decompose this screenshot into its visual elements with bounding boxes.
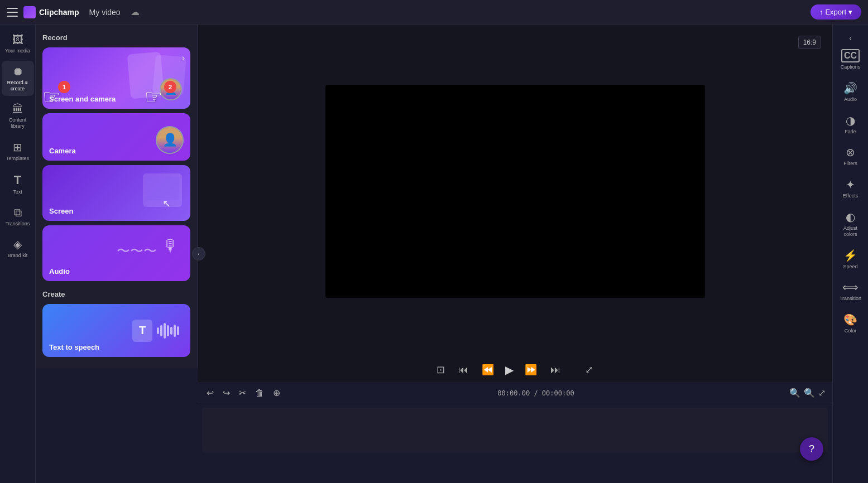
- screen-card[interactable]: ↖ Screen: [42, 165, 190, 221]
- sidebar-item-templates[interactable]: ⊞ Templates: [2, 136, 34, 166]
- zoom-fit-button[interactable]: ⤢: [818, 388, 826, 398]
- video-controls: ⊡ ⏮ ⏪ ▶ ⏩ ⏭ ⤢: [198, 358, 832, 383]
- play-button[interactable]: ▶: [505, 363, 514, 376]
- cursor-icon: ↖: [162, 197, 171, 210]
- right-sidebar-label-captions: Captions: [841, 64, 861, 70]
- camera-card[interactable]: 👤 Camera: [42, 113, 190, 161]
- project-title[interactable]: My video: [89, 8, 121, 17]
- skip-forward-button[interactable]: ⏭: [548, 362, 563, 378]
- right-sidebar-collapse-button[interactable]: ‹: [849, 33, 852, 42]
- skip-back-button[interactable]: ⏮: [456, 362, 471, 378]
- left-sidebar: 🖼 Your media ⏺ Record &create 🏛 Contentl…: [0, 25, 36, 483]
- menu-button[interactable]: [7, 8, 18, 17]
- sidebar-label-brand-kit: Brand kit: [8, 253, 28, 259]
- effects-icon: ✦: [846, 178, 855, 191]
- camera-deco-face: 👤: [157, 127, 183, 153]
- sidebar-item-your-media[interactable]: 🖼 Your media: [2, 29, 34, 59]
- filters-icon: ⊗: [846, 146, 855, 159]
- wave-bar-1: [157, 327, 159, 334]
- right-sidebar-label-color: Color: [845, 328, 857, 334]
- right-sidebar-item-filters[interactable]: ⊗ Filters: [835, 141, 867, 171]
- zoom-controls: 🔍 🔍 ⤢: [789, 388, 826, 398]
- help-button[interactable]: ?: [800, 437, 823, 461]
- color-icon: 🎨: [843, 313, 857, 326]
- frame-back-button[interactable]: ⏪: [479, 361, 496, 378]
- sidebar-label-text: Text: [13, 189, 22, 195]
- audio-label: Audio: [49, 267, 70, 276]
- tts-deco: T: [132, 320, 179, 342]
- video-preview: 16:9: [198, 25, 832, 358]
- text-to-speech-card[interactable]: T Text to speech: [42, 304, 190, 357]
- tts-wave-bars: [157, 323, 179, 339]
- right-sidebar-item-captions[interactable]: CC Captions: [835, 45, 867, 75]
- hand-badge-1: 1: [58, 81, 70, 93]
- tts-t-icon: T: [132, 320, 152, 342]
- timeline-area: ↩ ↪ ✂ 🗑 ⊕ 00:00.00 / 00:00:00 🔍 🔍 ⤢: [198, 383, 832, 483]
- screen-label: Screen: [49, 207, 73, 215]
- export-chevron-icon: ▾: [848, 8, 852, 16]
- audio-card[interactable]: 〜〜〜 🎙 Audio: [42, 225, 190, 281]
- wave-bar-4: [167, 325, 169, 336]
- hand-badge-2: 2: [164, 81, 176, 93]
- export-button[interactable]: ↑ Export ▾: [811, 4, 861, 20]
- captions-icon: CC: [841, 49, 860, 62]
- right-sidebar-item-adjust-colors[interactable]: ◐ Adjustcolors: [835, 206, 867, 242]
- center-content: 16:9 ⊡ ⏮ ⏪ ▶ ⏩ ⏭ ⤢ ↩ ↪ ✂ 🗑 ⊕ 00:00.00 / …: [198, 25, 832, 483]
- adjust-colors-icon: ◐: [846, 210, 855, 224]
- right-sidebar-item-effects[interactable]: ✦ Effects: [835, 173, 867, 204]
- speed-icon: ⚡: [843, 249, 857, 262]
- deco-screen-inner: [146, 177, 179, 200]
- right-sidebar-item-color[interactable]: 🎨 Color: [835, 308, 867, 339]
- zoom-out-button[interactable]: 🔍: [789, 388, 800, 398]
- save-button[interactable]: ⊕: [271, 387, 282, 399]
- sidebar-item-text[interactable]: T Text: [2, 168, 34, 200]
- sidebar-item-brand-kit[interactable]: ◈ Brand kit: [2, 233, 34, 263]
- right-sidebar-item-audio[interactable]: 🔊 Audio: [835, 77, 867, 107]
- sidebar-item-transitions[interactable]: ⧉ Transitions: [2, 202, 34, 231]
- video-canvas: [325, 85, 705, 298]
- camera-deco-avatar: 👤: [156, 126, 184, 154]
- camera-label: Camera: [49, 147, 76, 155]
- frame-forward-button[interactable]: ⏩: [522, 361, 539, 378]
- deco-wave: 〜〜〜: [117, 242, 157, 260]
- screen-camera-label: Screen and camera: [49, 95, 116, 103]
- your-media-icon: 🖼: [12, 33, 23, 46]
- record-section-title: Record: [42, 33, 190, 42]
- sidebar-item-record-create[interactable]: ⏺ Record &create: [2, 61, 34, 96]
- deco-mic-icon: 🎙: [162, 236, 179, 255]
- help-icon: ?: [809, 443, 814, 455]
- sidebar-item-content-library[interactable]: 🏛 Contentlibrary: [2, 98, 34, 134]
- right-sidebar-label-audio: Audio: [844, 96, 857, 103]
- timeline-toolbar: ↩ ↪ ✂ 🗑 ⊕ 00:00.00 / 00:00:00 🔍 🔍 ⤢: [198, 383, 832, 403]
- right-sidebar-item-speed[interactable]: ⚡ Speed: [835, 244, 867, 274]
- timeline-track: [202, 408, 828, 452]
- redo-button[interactable]: ↪: [220, 387, 232, 399]
- sidebar-label-content-library: Contentlibrary: [9, 117, 27, 129]
- cut-button[interactable]: ✂: [237, 387, 248, 399]
- right-sidebar-item-fade[interactable]: ◑ Fade: [835, 109, 867, 139]
- wave-bar-6: [174, 325, 176, 337]
- aspect-ratio-badge[interactable]: 16:9: [798, 36, 821, 49]
- audio-icon: 🔊: [843, 81, 857, 95]
- right-sidebar-label-effects: Effects: [843, 193, 858, 199]
- wave-bar-3: [164, 323, 166, 339]
- subtitles-button[interactable]: ⊡: [434, 361, 447, 378]
- wave-bar-7: [177, 326, 179, 335]
- undo-button[interactable]: ↩: [204, 387, 216, 399]
- topbar: Clipchamp My video ☁ ↑ Export ▾: [0, 0, 868, 25]
- logo-icon: [23, 6, 36, 18]
- topbar-left: Clipchamp My video ☁: [7, 6, 140, 18]
- create-section-title: Create: [42, 290, 190, 298]
- transitions-icon: ⧉: [14, 206, 22, 219]
- sidebar-label-your-media: Your media: [5, 48, 30, 54]
- screen-camera-arrow-icon: ›: [182, 53, 185, 63]
- delete-button[interactable]: 🗑: [253, 387, 266, 399]
- panel-collapse-button[interactable]: ‹: [192, 247, 205, 260]
- fullscreen-button[interactable]: ⤢: [583, 361, 596, 378]
- screen-camera-card[interactable]: 👤 ☞ 1 ☞ 2 › Screen and camera: [42, 47, 190, 109]
- topbar-right: ↑ Export ▾: [811, 4, 861, 20]
- zoom-in-button[interactable]: 🔍: [804, 388, 815, 398]
- right-sidebar-item-transition[interactable]: ⟺ Transition: [835, 276, 867, 306]
- right-sidebar-label-speed: Speed: [843, 264, 857, 270]
- export-icon: ↑: [819, 8, 823, 16]
